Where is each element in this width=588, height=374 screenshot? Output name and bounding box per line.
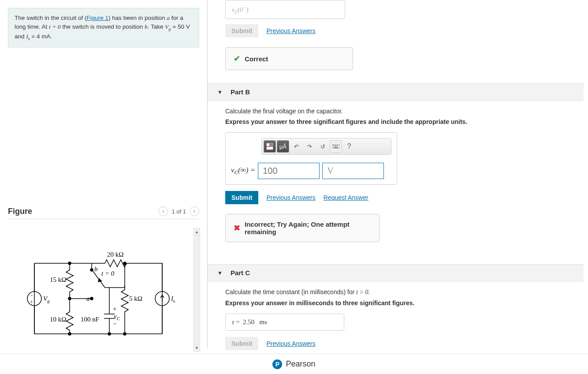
svg-text:20 kΩ: 20 kΩ: [107, 251, 123, 258]
svg-text:−: −: [30, 292, 33, 298]
part-b-unit-input[interactable]: [322, 163, 384, 179]
part-c-instructions: Express your answer in milliseconds to t…: [225, 299, 584, 307]
svg-rect-32: [337, 145, 338, 146]
part-b-submit-button[interactable]: Submit: [225, 191, 258, 204]
circuit-diagram: 20 kΩ 15 kΩ 10 kΩ 5 kΩ 100 nF Vg Is vC b…: [8, 246, 184, 347]
keyboard-button[interactable]: [330, 140, 342, 153]
footer-brand: Pearson: [286, 359, 315, 369]
part-b-input-panel: μÅ ↶ ↷ ↺ ? vC(∞) =: [225, 132, 397, 185]
x-icon: ✖: [234, 223, 240, 233]
equation-toolbar: μÅ ↶ ↷ ↺ ?: [261, 138, 391, 155]
caret-down-icon: ▼: [217, 270, 223, 276]
scroll-down-icon[interactable]: ▼: [194, 344, 200, 351]
part-c-title: Part C: [231, 269, 250, 277]
svg-text:−: −: [113, 320, 116, 327]
figure-scrollbar[interactable]: ▲ ▼: [194, 228, 200, 352]
svg-point-6: [68, 333, 71, 335]
figure-heading: Figure: [8, 207, 32, 216]
part-c-submit-button: Submit: [225, 337, 258, 350]
part-c-answer-display: τ = 2.50 ms: [225, 314, 344, 331]
right-panel[interactable]: vC(0−) Submit Previous Answers ✔ Correct…: [208, 0, 588, 353]
figure-pager: ‹ 1 of 1 ›: [158, 206, 199, 216]
figure-pager-text: 1 of 1: [171, 208, 186, 215]
figure-link[interactable]: Figure 1: [87, 15, 109, 21]
reset-button[interactable]: ↺: [316, 140, 329, 153]
svg-text:10 kΩ: 10 kΩ: [50, 316, 66, 323]
svg-text:15 kΩ: 15 kΩ: [50, 276, 66, 283]
figure-next-button[interactable]: ›: [190, 206, 199, 216]
svg-rect-25: [267, 143, 269, 146]
part-c-header[interactable]: ▼ Part C: [208, 264, 584, 281]
svg-point-5: [68, 297, 71, 300]
part-a-status-correct: ✔ Correct: [225, 47, 353, 70]
problem-text: The switch in the circuit of (: [15, 15, 87, 21]
svg-rect-31: [335, 145, 336, 146]
correct-label: Correct: [245, 55, 268, 63]
part-b-request-answer-link[interactable]: Request Answer: [324, 194, 368, 201]
svg-text:+: +: [113, 305, 116, 312]
svg-rect-27: [267, 147, 273, 150]
part-b-previous-answers-link[interactable]: Previous Answers: [266, 194, 315, 201]
pearson-logo-icon: P: [272, 359, 282, 369]
footer: P Pearson: [0, 354, 588, 374]
svg-rect-30: [333, 145, 334, 146]
units-tool-button[interactable]: μÅ: [277, 140, 289, 153]
svg-rect-28: [332, 144, 339, 149]
part-a-answer-display: vC(0−): [225, 0, 345, 19]
figure-prev-button[interactable]: ‹: [158, 206, 168, 216]
svg-point-9: [123, 262, 126, 265]
template-tool-button[interactable]: [264, 140, 276, 153]
svg-text:Is: Is: [171, 295, 175, 303]
part-c-previous-answers-link[interactable]: Previous Answers: [266, 340, 315, 347]
svg-text:Vg: Vg: [43, 295, 50, 303]
part-b-title: Part B: [231, 88, 250, 96]
scroll-up-icon[interactable]: ▲: [194, 228, 200, 236]
svg-text:t = 0: t = 0: [101, 270, 115, 277]
svg-point-7: [108, 333, 111, 335]
svg-text:5 kΩ: 5 kΩ: [129, 295, 142, 302]
svg-rect-26: [270, 143, 273, 146]
figure-area: 20 kΩ 15 kΩ 10 kΩ 5 kΩ 100 nF Vg Is vC b…: [8, 228, 199, 347]
part-b-header[interactable]: ▼ Part B: [208, 83, 584, 101]
svg-text:a: a: [86, 295, 90, 302]
part-b-lhs: vC(∞) =: [231, 166, 255, 176]
svg-rect-33: [334, 147, 338, 148]
problem-statement: The switch in the circuit of (Figure 1) …: [8, 8, 199, 48]
part-b-question: Calculate the final voltage on the capac…: [225, 108, 584, 115]
svg-text:b: b: [94, 266, 98, 273]
incorrect-label: Incorrect; Try Again; One attempt remain…: [245, 221, 371, 236]
svg-point-8: [123, 333, 126, 335]
part-b-status-incorrect: ✖ Incorrect; Try Again; One attempt rema…: [225, 214, 380, 242]
svg-text:+: +: [30, 299, 33, 305]
check-icon: ✔: [234, 54, 240, 64]
svg-point-4: [68, 262, 71, 265]
part-a-previous-answers-link[interactable]: Previous Answers: [266, 27, 315, 34]
redo-button[interactable]: ↷: [303, 140, 316, 153]
part-c-question: Calculate the time constant (in millisec…: [225, 288, 584, 296]
part-b-value-input[interactable]: [258, 163, 320, 179]
part-a-submit-button: Submit: [225, 24, 258, 37]
svg-text:100 nF: 100 nF: [81, 316, 99, 323]
caret-down-icon: ▼: [217, 89, 223, 95]
undo-button[interactable]: ↶: [290, 140, 302, 153]
help-button[interactable]: ?: [343, 140, 355, 153]
part-b-instructions: Express your answer to three significant…: [225, 118, 584, 125]
